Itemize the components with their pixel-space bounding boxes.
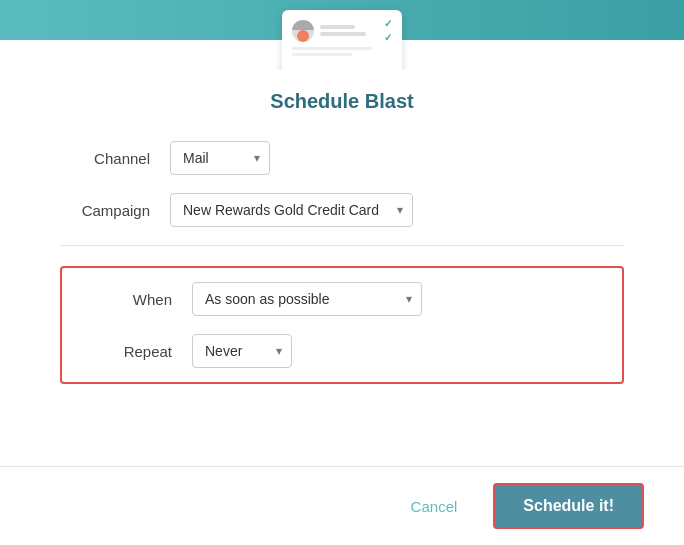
card-avatar	[292, 20, 314, 42]
when-row: When As soon as possible Schedule for la…	[82, 282, 602, 316]
repeat-select[interactable]: Never Daily Weekly Monthly	[192, 334, 292, 368]
card-bottom-line-1	[292, 47, 372, 50]
footer: Cancel Schedule it!	[0, 466, 684, 545]
repeat-label: Repeat	[82, 343, 172, 360]
channel-select-wrapper[interactable]: Mail Email SMS Push	[170, 141, 270, 175]
check-icon-1: ✓	[384, 18, 392, 29]
cancel-button[interactable]: Cancel	[399, 490, 470, 523]
card-preview: ✓ ✓	[282, 10, 402, 70]
divider	[60, 245, 624, 246]
repeat-select-wrapper[interactable]: Never Daily Weekly Monthly	[192, 334, 292, 368]
campaign-label: Campaign	[60, 202, 150, 219]
channel-select[interactable]: Mail Email SMS Push	[170, 141, 270, 175]
schedule-button[interactable]: Schedule it!	[493, 483, 644, 529]
card-line-2	[320, 32, 366, 36]
when-repeat-section: When As soon as possible Schedule for la…	[60, 266, 624, 384]
when-label: When	[82, 291, 172, 308]
channel-row: Channel Mail Email SMS Push	[60, 141, 624, 175]
card-line-1	[320, 25, 355, 29]
card-bottom-line-2	[292, 53, 352, 56]
repeat-row: Repeat Never Daily Weekly Monthly	[82, 334, 602, 368]
campaign-row: Campaign New Rewards Gold Credit Card Su…	[60, 193, 624, 227]
channel-label: Channel	[60, 150, 150, 167]
top-banner: ✓ ✓	[0, 0, 684, 70]
card-text-lines	[320, 25, 378, 36]
page-title: Schedule Blast	[60, 90, 624, 113]
campaign-select[interactable]: New Rewards Gold Credit Card Summer Camp…	[170, 193, 413, 227]
campaign-select-wrapper[interactable]: New Rewards Gold Credit Card Summer Camp…	[170, 193, 413, 227]
when-select[interactable]: As soon as possible Schedule for later	[192, 282, 422, 316]
main-content: Schedule Blast Channel Mail Email SMS Pu…	[0, 70, 684, 434]
when-select-wrapper[interactable]: As soon as possible Schedule for later	[192, 282, 422, 316]
card-bottom-area	[292, 47, 392, 56]
card-check-icons: ✓ ✓	[384, 18, 392, 43]
check-icon-2: ✓	[384, 32, 392, 43]
